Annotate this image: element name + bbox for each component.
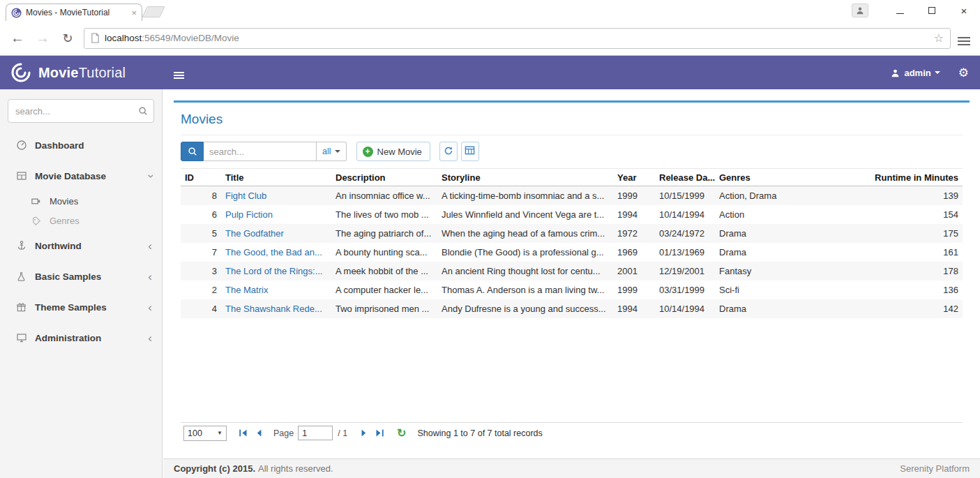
cell-runtime: 161 (800, 243, 963, 262)
back-button[interactable]: ← (10, 30, 25, 46)
window-maximize-button[interactable] (916, 1, 948, 20)
cell-storyline: Andy Dufresne is a young and success... (437, 299, 613, 318)
sidebar-item-label: Movie Database (35, 171, 106, 181)
browser-menu-icon[interactable] (958, 32, 970, 45)
sidebar: Dashboard Movie Database ‹ Movies Genres… (0, 89, 163, 478)
grid-search-input[interactable] (204, 142, 317, 161)
brand[interactable]: MovieTutorial (0, 61, 163, 84)
column-header-storyline[interactable]: Storyline (437, 169, 613, 186)
bookmark-star-icon[interactable]: ☆ (934, 31, 944, 45)
movie-title-link[interactable]: The Matrix (225, 285, 268, 295)
window-minimize-button[interactable] (884, 1, 916, 20)
column-header-id[interactable]: ID (181, 169, 221, 186)
cell-runtime: 178 (800, 262, 963, 281)
cell-description: A computer hacker le... (331, 281, 437, 299)
last-page-button[interactable] (375, 428, 384, 438)
page-size-select[interactable]: 100 ▼ (183, 426, 227, 441)
pager-refresh-icon[interactable]: ↻ (397, 426, 406, 440)
prev-page-button[interactable] (255, 428, 264, 438)
sidebar-item-theme-samples[interactable]: Theme Samples ‹ (0, 292, 162, 322)
movie-title-link[interactable]: The Shawshank Rede... (225, 304, 322, 314)
sidebar-item-northwind[interactable]: Northwind ‹ (0, 230, 162, 261)
movie-title-link[interactable]: Fight Club (225, 191, 266, 201)
chevron-left-icon: ‹ (148, 271, 152, 283)
table-row: 7The Good, the Bad an...A bounty hunting… (181, 243, 963, 262)
sidebar-item-genres[interactable]: Genres (0, 211, 162, 230)
column-picker-button[interactable] (461, 142, 479, 161)
gift-icon (15, 302, 27, 313)
cell-year: 1994 (613, 205, 655, 224)
refresh-grid-button[interactable] (439, 142, 458, 161)
new-tab-button[interactable] (142, 6, 165, 17)
table-row: 4The Shawshank Rede...Two imprisoned men… (181, 299, 963, 318)
search-field-dropdown[interactable]: all (317, 142, 347, 161)
first-page-button[interactable] (239, 428, 248, 438)
rights-text: All rights reserved. (258, 463, 333, 474)
tab-close-icon[interactable]: × (131, 8, 137, 18)
brand-title: MovieTutorial (38, 65, 126, 81)
page-number-input[interactable] (298, 426, 333, 440)
address-bar[interactable]: localhost:56549/MovieDB/Movie ☆ (84, 28, 951, 49)
table-icon (15, 170, 27, 181)
browser-profile-button[interactable] (852, 3, 868, 17)
url-path: :56549/MovieDB/Movie (142, 33, 239, 43)
movie-title-link[interactable]: The Good, the Bad an... (225, 247, 322, 257)
caret-down-icon (935, 71, 940, 74)
sidebar-item-basic-samples[interactable]: Basic Samples ‹ (0, 261, 162, 292)
grid-search-button[interactable] (181, 142, 204, 161)
sidebar-search-input[interactable] (15, 106, 138, 117)
window-close-button[interactable]: × (948, 1, 980, 20)
sidebar-item-movies[interactable]: Movies (0, 191, 162, 211)
reload-button[interactable]: ↻ (60, 31, 75, 46)
cell-genres: Fantasy (715, 262, 800, 281)
movie-title-link[interactable]: The Lord of the Rings:... (225, 266, 322, 276)
browser-tab[interactable]: Movies - MovieTutorial × (6, 3, 142, 21)
cell-description: The aging patriarch of... (331, 224, 437, 243)
movie-title-link[interactable]: The Godfather (225, 228, 284, 239)
settings-gears-icon[interactable]: ⚙ (958, 66, 969, 80)
cell-id: 8 (181, 186, 221, 205)
page-title: Movies (181, 103, 963, 135)
cell-genres: Sci-fi (715, 281, 800, 299)
sidebar-toggle-button[interactable] (174, 66, 184, 79)
cell-description: A bounty hunting sca... (331, 243, 437, 262)
page-label: Page (273, 428, 294, 438)
column-header-runtime[interactable]: Runtime in Minutes (800, 169, 963, 186)
cell-id: 5 (181, 224, 221, 243)
cell-storyline: When the aging head of a famous crim... (437, 224, 613, 243)
cell-id: 2 (181, 281, 221, 299)
hamburger-icon (174, 75, 184, 76)
sidebar-item-dashboard[interactable]: Dashboard (0, 130, 162, 160)
column-header-title[interactable]: Title (221, 169, 331, 186)
cell-genres: Action, Drama (715, 186, 800, 205)
film-icon (30, 196, 42, 207)
page-total: / 1 (338, 428, 347, 438)
user-menu[interactable]: admin (891, 68, 940, 78)
new-movie-button[interactable]: + New Movie (356, 142, 430, 161)
sidebar-item-administration[interactable]: Administration ‹ (0, 322, 162, 353)
cell-title: The Godfather (221, 224, 331, 243)
cell-year: 2001 (613, 262, 655, 281)
copyright-text: Copyright (c) 2015. (174, 463, 255, 474)
column-header-genres[interactable]: Genres (715, 169, 800, 186)
tags-icon (30, 216, 42, 226)
column-header-release-date[interactable]: Release Da... (655, 169, 715, 186)
next-page-button[interactable] (359, 428, 368, 438)
sidebar-item-movie-database[interactable]: Movie Database ‹ (0, 160, 162, 191)
column-header-year[interactable]: Year (613, 169, 655, 186)
movie-title-link[interactable]: Pulp Fiction (225, 209, 273, 220)
cell-storyline: Jules Winnfield and Vincent Vega are t..… (437, 205, 613, 224)
cell-runtime: 175 (800, 224, 963, 243)
cell-release-date: 10/14/1994 (655, 299, 715, 318)
cell-storyline: Blondie (The Good) is a professional g..… (437, 243, 613, 262)
cell-title: Fight Club (221, 186, 331, 205)
column-header-description[interactable]: Description (331, 169, 437, 186)
sidebar-item-label: Dashboard (35, 140, 84, 151)
movies-grid: IDTitleDescriptionStorylineYearRelease D… (181, 168, 963, 443)
forward-button[interactable]: → (35, 30, 50, 46)
table-row: 8Fight ClubAn insomniac office w...A tic… (181, 186, 963, 205)
cell-year: 1969 (613, 243, 655, 262)
cell-release-date: 12/19/2001 (655, 262, 715, 281)
page-size-value: 100 (188, 428, 202, 438)
cell-title: The Good, the Bad an... (221, 243, 331, 262)
